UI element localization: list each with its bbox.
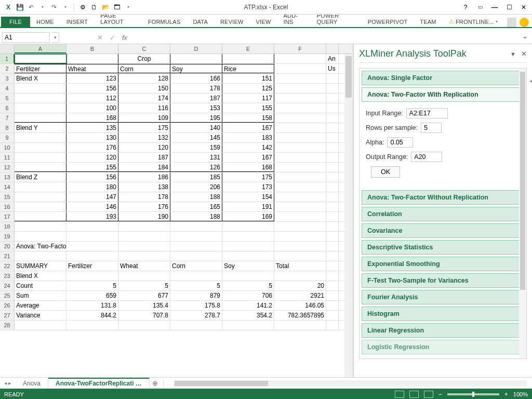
taskpane-scrollbar[interactable] (519, 69, 526, 358)
cell[interactable] (326, 133, 339, 142)
cell[interactable] (326, 251, 339, 261)
new-icon[interactable]: 🗋 (89, 2, 99, 12)
cell[interactable] (170, 321, 222, 330)
col-header-E[interactable]: E (222, 44, 274, 54)
cell[interactable] (66, 251, 118, 261)
cell[interactable] (170, 222, 222, 231)
formula-input[interactable] (132, 32, 521, 43)
cell[interactable] (15, 192, 66, 202)
cell[interactable] (66, 232, 118, 241)
cell[interactable] (274, 242, 326, 251)
tool-item[interactable]: Descriptive Statistics (362, 240, 524, 255)
cell[interactable] (15, 321, 66, 330)
row-header[interactable]: 17 (0, 212, 15, 221)
cell[interactable]: 168 (222, 163, 274, 172)
cell[interactable] (15, 143, 66, 152)
row-header[interactable]: 2 (0, 64, 15, 73)
cell[interactable]: 186 (118, 172, 170, 182)
cell[interactable]: 135 (66, 123, 118, 132)
cell[interactable]: 167 (222, 153, 274, 162)
cell[interactable]: 5 (118, 281, 170, 290)
cell[interactable]: Corn (118, 64, 170, 73)
row-header[interactable]: 24 (0, 281, 15, 290)
sheet-tab-anova[interactable]: Anova (16, 379, 48, 388)
cell[interactable]: 190 (118, 212, 170, 221)
cell[interactable]: 175.8 (170, 301, 222, 310)
cell[interactable] (326, 232, 339, 241)
cell[interactable]: 183 (222, 133, 274, 142)
cell[interactable] (326, 84, 339, 93)
cell[interactable] (170, 251, 222, 261)
row-header[interactable]: 8 (0, 123, 15, 132)
cell[interactable]: 659 (66, 291, 118, 300)
cell[interactable]: 156 (66, 84, 118, 93)
ribbon-tab-frontline[interactable]: ⚠ Frontline... ▾ (443, 16, 504, 27)
tool-item[interactable]: Correlation (362, 207, 524, 221)
cell[interactable]: 142 (222, 143, 274, 152)
cell[interactable]: 187 (118, 153, 170, 162)
cell[interactable]: 125 (222, 84, 274, 93)
row-header[interactable]: 13 (0, 172, 15, 182)
cell[interactable] (326, 143, 339, 152)
row-header[interactable]: 5 (0, 94, 15, 103)
row-header[interactable]: 10 (0, 143, 15, 152)
cell[interactable]: 116 (118, 103, 170, 113)
cell[interactable]: 5 (222, 281, 274, 290)
cell[interactable] (274, 143, 326, 152)
cell[interactable] (326, 163, 339, 172)
row-header[interactable]: 15 (0, 192, 15, 202)
cell[interactable]: 278.7 (170, 311, 222, 320)
fx-icon[interactable]: fx (119, 32, 130, 43)
cell[interactable] (170, 271, 222, 281)
output-range-field[interactable] (411, 152, 442, 162)
cell[interactable]: Crop (118, 54, 170, 63)
ribbon-tab-review[interactable]: REVIEW (214, 17, 250, 27)
row-header[interactable]: 16 (0, 202, 15, 211)
cell[interactable]: 147 (66, 192, 118, 202)
cell[interactable]: 5 (170, 281, 222, 290)
hscroll-thumb[interactable] (175, 381, 268, 386)
col-header-D[interactable]: D (170, 44, 222, 54)
col-header-C[interactable]: C (118, 44, 170, 54)
tool-item[interactable]: Histogram (362, 307, 524, 321)
col-header-B[interactable]: B (66, 44, 118, 54)
col-header-G-peek[interactable] (326, 44, 339, 54)
cell[interactable]: Soy (222, 261, 274, 271)
tool-item[interactable]: Covariance (362, 223, 524, 238)
cell[interactable] (222, 222, 274, 231)
row-header[interactable]: 7 (0, 113, 15, 123)
row-header[interactable]: 3 (0, 74, 15, 83)
cell[interactable] (118, 232, 170, 241)
cell[interactable]: 191 (222, 202, 274, 211)
row-header[interactable]: 6 (0, 103, 15, 113)
cell[interactable]: Total (274, 261, 326, 271)
cell[interactable]: 166 (170, 74, 222, 83)
cell[interactable]: 167 (222, 123, 274, 132)
cell[interactable]: 130 (66, 133, 118, 142)
cell[interactable] (274, 271, 326, 281)
cell[interactable] (15, 222, 66, 231)
cell[interactable]: 140 (170, 123, 222, 132)
cell[interactable]: 120 (66, 153, 118, 162)
taskpane-scrollbar-thumb[interactable] (520, 72, 525, 290)
cell[interactable] (326, 261, 339, 271)
input-range-field[interactable] (406, 108, 448, 118)
cell[interactable] (118, 271, 170, 281)
tool-anova-single[interactable]: Anova: Single Factor (362, 71, 524, 85)
cell[interactable] (15, 202, 66, 211)
cell[interactable]: 165 (170, 202, 222, 211)
cell[interactable]: 117 (222, 94, 274, 103)
minimize-icon[interactable]: — (488, 2, 501, 12)
cell[interactable]: Count (15, 281, 66, 290)
cell[interactable]: 188 (170, 212, 222, 221)
cell[interactable]: 141.2 (222, 301, 274, 310)
cell[interactable] (326, 311, 339, 320)
cell[interactable] (15, 153, 66, 162)
cell[interactable] (170, 54, 222, 63)
tool-item[interactable]: Logistic Regression (362, 340, 524, 354)
cell[interactable] (274, 172, 326, 182)
cell[interactable] (326, 242, 339, 251)
horizontal-scrollbar[interactable] (174, 380, 527, 387)
vertical-scrollbar[interactable] (344, 54, 353, 377)
cell[interactable]: 354.2 (222, 311, 274, 320)
